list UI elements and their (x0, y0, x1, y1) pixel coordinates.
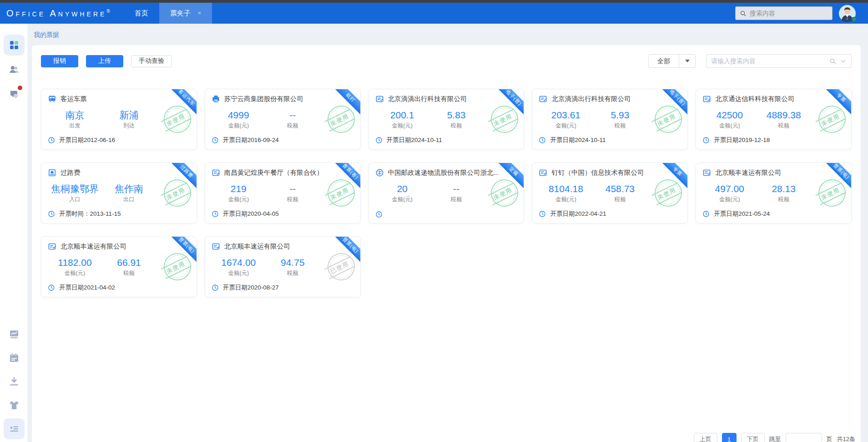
card-title: 北京顺丰速运有限公司 (61, 242, 126, 251)
field-value: 新浦 (102, 109, 156, 121)
nav-tab-home[interactable]: 首页 (124, 3, 159, 24)
invoice-date: 开票日期2024-10-11 (550, 136, 606, 144)
caret-down-icon[interactable] (679, 55, 695, 67)
next-page-button[interactable]: 下页 (741, 433, 765, 442)
invoice-card[interactable]: 北京通达信科科技有限公司 专票 42500 金额(元) 4889.38 税额 未… (696, 89, 852, 150)
clock-icon (539, 137, 546, 144)
field-value: 219 (212, 183, 266, 194)
global-search[interactable] (735, 6, 833, 20)
sidebar-item-contacts[interactable] (4, 59, 25, 80)
invoice-icon (212, 168, 220, 177)
field-label: 税额 (429, 196, 484, 203)
field-label: 金额(元) (212, 122, 266, 130)
card-title: 过路费 (61, 168, 81, 177)
app-logo: Office Anywhere® (6, 8, 110, 19)
page-jump-input[interactable] (786, 433, 822, 442)
invoice-date: 开票日期2020-04-05 (223, 210, 279, 218)
messages-icon (9, 89, 20, 100)
invoice-card[interactable]: 北京顺丰速运有限公司 普票(电) 497.00 金额(元) 28.13 税额 未… (696, 163, 852, 224)
invoice-icon (539, 168, 547, 177)
invoice-icon (48, 242, 56, 251)
card-title: 苏宁云商集团股份有限公司 (224, 95, 303, 103)
global-search-input[interactable] (750, 10, 828, 17)
invoice-date: 开票日期2016-09-24 (223, 136, 279, 144)
download-icon (9, 376, 20, 387)
field-value: 458.73 (593, 183, 647, 194)
jump-label: 跳至 (769, 435, 781, 442)
invoice-card[interactable]: 中国邮政速递物流股份有限公司浙北... 定额 20 金额(元) -- 税额 未使… (368, 163, 525, 224)
field-value: 焦作南 (102, 183, 156, 194)
clock-icon (212, 284, 219, 291)
invoice-card[interactable]: 钉钉（中国）信息技术有限公司 专票 8104.18 金额(元) 458.73 税… (532, 163, 688, 224)
panel-search[interactable] (706, 54, 852, 68)
invoice-date: 开票日期2022-04-21 (550, 210, 606, 218)
sidebar-item-messages[interactable] (4, 84, 25, 105)
invoice-card[interactable]: 苏宁云商集团股份有限公司 机打 4999 金额(元) -- 税额 未使用 开票日… (205, 89, 361, 150)
card-title: 南昌黄记煌庚午餐厅（有限合伙） (224, 168, 323, 177)
field-label: 金额(元) (702, 122, 757, 130)
field-label: 出发 (48, 122, 102, 130)
field-value: -- (266, 109, 320, 121)
field-label: 金额(元) (702, 196, 757, 203)
field-label: 税额 (757, 196, 811, 203)
chart-icon (9, 329, 20, 340)
sidebar-item-apparel[interactable] (4, 395, 25, 416)
tshirt-icon (9, 400, 20, 411)
field-label: 税额 (102, 269, 156, 277)
avatar[interactable] (839, 5, 856, 22)
filter-dropdown[interactable]: 全部 (648, 54, 696, 68)
manual-check-button[interactable]: 手动查验 (131, 55, 172, 67)
field-value: 5.93 (593, 109, 647, 121)
upload-button[interactable]: 上传 (86, 55, 123, 67)
panel-search-input[interactable] (711, 57, 826, 65)
invoice-card[interactable]: 南昌黄记煌庚午餐厅（有限合伙） 普票(卷) 219 金额(元) -- 税额 未使… (205, 163, 361, 224)
printer-icon (212, 95, 220, 103)
invoice-date: 开票日期2024-10-11 (387, 136, 442, 144)
calendar-icon (9, 352, 20, 363)
field-value: 20 (375, 183, 429, 194)
nav-tab-piaojiazi[interactable]: 票夹子 × (159, 3, 212, 24)
search-icon[interactable] (829, 58, 836, 65)
field-label: 金额(元) (48, 269, 102, 277)
page-unit-label: 页 (827, 435, 833, 442)
field-value: 南京 (48, 109, 102, 121)
search-icon (740, 10, 747, 17)
registered-mark: ® (106, 9, 110, 14)
field-value: 94.75 (266, 257, 320, 268)
invoice-card[interactable]: 北京滴滴出行科技有限公司 电子(普) 200.1 金额(元) 5.83 税额 未… (368, 89, 525, 150)
sidebar-item-apps[interactable] (4, 35, 25, 56)
task-list-icon (9, 423, 20, 434)
sidebar (0, 24, 28, 442)
invoice-card[interactable]: 北京滴滴出行科技有限公司 电子(普) 203.61 金额(元) 5.93 税额 … (532, 89, 688, 150)
clock-icon (375, 211, 383, 218)
breadcrumb[interactable]: 我的票据 (28, 24, 868, 45)
current-page-button[interactable]: 1 (722, 433, 737, 442)
reimburse-button[interactable]: 报销 (41, 55, 78, 67)
field-value: -- (429, 183, 484, 194)
field-label: 金额(元) (375, 122, 429, 130)
sidebar-item-reports[interactable] (4, 324, 25, 345)
invoice-card[interactable]: 过路费 过路费 焦桐豫鄂界 入口 焦作南 出口 未使用 开票时间：2013-11… (41, 163, 197, 224)
field-label: 税额 (757, 122, 811, 130)
sidebar-item-tasks[interactable] (4, 418, 25, 439)
field-label: 税额 (593, 122, 647, 130)
invoice-card[interactable]: 北京顺丰速运有限公司 普票(电) 1674.00 金额(元) 94.75 税额 … (205, 236, 361, 297)
invoice-date: 开票时间：2013-11-15 (59, 210, 121, 218)
sidebar-item-downloads[interactable] (4, 371, 25, 392)
invoice-card[interactable]: 客运车票 客运汽车 南京 出发 新浦 到达 未使用 开票日期2012-06-16 (41, 89, 197, 150)
chevron-down-icon[interactable] (840, 58, 847, 65)
prev-page-button[interactable]: 上页 (694, 433, 717, 442)
sidebar-item-calendar[interactable] (4, 347, 25, 368)
field-label: 税额 (266, 196, 320, 203)
field-label: 金额(元) (212, 269, 266, 277)
invoice-card[interactable]: 北京顺丰速运有限公司 普票(电) 1182.00 金额(元) 66.91 税额 … (41, 236, 197, 297)
toolbar: 报销 上传 手动查验 全部 (41, 54, 852, 68)
close-icon[interactable]: × (198, 3, 202, 24)
invoice-date: 开票日期2021-05-24 (714, 210, 770, 218)
invoice-date: 开票日期2019-12-18 (714, 136, 770, 144)
field-label: 税额 (266, 122, 320, 130)
notification-badge (18, 86, 22, 90)
card-title: 北京通达信科科技有限公司 (715, 95, 794, 103)
card-title: 钉钉（中国）信息技术有限公司 (551, 168, 644, 177)
clock-icon (212, 137, 219, 144)
